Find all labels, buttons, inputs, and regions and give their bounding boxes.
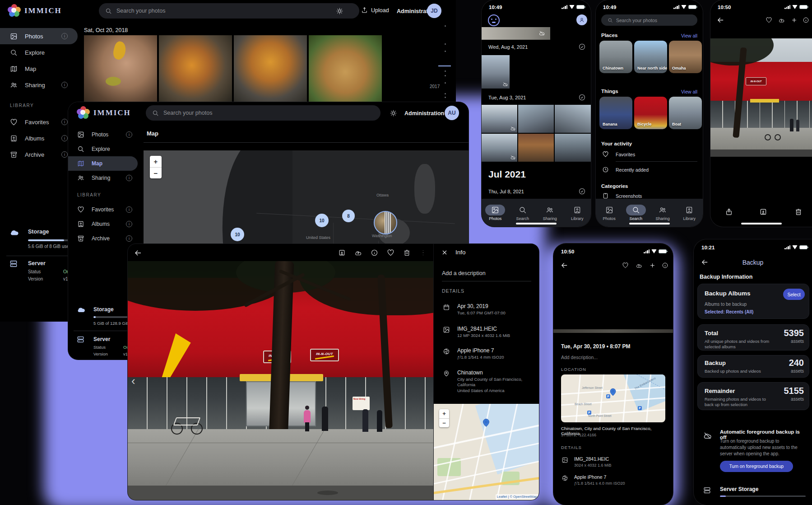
delete-icon[interactable] bbox=[794, 208, 803, 216]
sidebar-item-sharing[interactable]: Sharing i bbox=[68, 171, 140, 185]
more-icon[interactable] bbox=[419, 249, 427, 257]
cloud-upload-icon[interactable] bbox=[778, 17, 785, 23]
map-attribution[interactable]: Leaflet | © OpenStreetMap bbox=[496, 494, 538, 499]
sidebar-item-explore[interactable]: Explore bbox=[0, 44, 78, 61]
info-icon[interactable] bbox=[371, 249, 378, 257]
thing-thumb-boat[interactable]: Boat bbox=[669, 97, 702, 129]
zoom-out-button[interactable]: − bbox=[150, 167, 162, 178]
zoom-in-button[interactable]: + bbox=[150, 156, 162, 167]
place-thumb-near-north-side[interactable]: Near north side bbox=[634, 41, 667, 73]
map-zoom-control[interactable]: + − bbox=[150, 156, 162, 178]
nav-library[interactable]: Library bbox=[565, 205, 590, 221]
sidebar-item-map-active[interactable]: Map bbox=[68, 156, 138, 171]
detail-location-title[interactable]: Chinatown bbox=[457, 369, 483, 376]
sidebar-item-explore[interactable]: Explore bbox=[68, 142, 140, 156]
activity-favorites[interactable]: Favorites bbox=[616, 152, 635, 157]
photo-tile[interactable] bbox=[555, 134, 591, 162]
profile-avatar[interactable] bbox=[576, 14, 587, 25]
select-albums-button[interactable]: Select bbox=[783, 289, 805, 300]
download-icon[interactable] bbox=[338, 249, 346, 257]
sidebar-item-albums[interactable]: Albums i bbox=[0, 130, 78, 146]
map-cluster-marker[interactable]: 10 bbox=[315, 214, 329, 227]
avatar[interactable]: AU bbox=[445, 106, 459, 120]
info-icon[interactable] bbox=[662, 262, 668, 269]
add-icon[interactable] bbox=[649, 262, 656, 269]
nav-photos[interactable]: Photos bbox=[597, 205, 622, 221]
turn-on-foreground-backup-button[interactable]: Turn on foreground backup bbox=[720, 461, 793, 472]
share-icon[interactable] bbox=[725, 208, 733, 216]
photo-tile[interactable] bbox=[482, 134, 517, 162]
home-indicator[interactable] bbox=[516, 223, 557, 224]
places-view-all[interactable]: View all bbox=[681, 33, 697, 38]
photo-tile[interactable] bbox=[555, 105, 591, 133]
sidebar-item-map[interactable]: Map bbox=[0, 61, 78, 77]
sidebar-item-archive[interactable]: Archive i bbox=[0, 146, 78, 163]
favorite-icon[interactable] bbox=[766, 17, 772, 23]
delete-icon[interactable] bbox=[403, 249, 411, 257]
map-cluster-marker[interactable]: 8 bbox=[342, 210, 355, 222]
photo-tile[interactable] bbox=[482, 55, 510, 89]
location-map[interactable]: The Embarcadero Jefferson Street Beach S… bbox=[561, 374, 665, 422]
administration-link[interactable]: Administration bbox=[404, 110, 444, 117]
sidebar-item-photos[interactable]: Photos i bbox=[68, 127, 140, 142]
upload-button[interactable]: Upload bbox=[361, 7, 389, 14]
main-photo[interactable]: IN-N-OUT IN-N-OUT Now Hiring bbox=[128, 261, 433, 500]
photo-tile[interactable] bbox=[84, 35, 157, 102]
nav-library[interactable]: Library bbox=[677, 205, 702, 221]
archive-icon[interactable] bbox=[759, 208, 767, 216]
activity-recently-added[interactable]: Recently added bbox=[616, 167, 649, 173]
map-photo-marker[interactable] bbox=[374, 211, 397, 234]
cloud-upload-icon[interactable] bbox=[636, 262, 642, 269]
nav-search[interactable]: Search bbox=[510, 205, 535, 221]
description-input[interactable]: Add description... bbox=[561, 355, 598, 360]
select-group-icon[interactable] bbox=[578, 43, 586, 51]
photo-edge-strip[interactable] bbox=[553, 329, 673, 333]
info-icon[interactable] bbox=[803, 17, 809, 23]
sidebar-item-favorites[interactable]: Favorites i bbox=[68, 202, 140, 217]
nav-sharing[interactable]: Sharing bbox=[650, 205, 675, 221]
nav-sharing[interactable]: Sharing bbox=[537, 205, 562, 221]
avatar[interactable]: JD bbox=[427, 4, 441, 18]
main-photo[interactable]: IN-N-OUT bbox=[710, 38, 812, 157]
favorite-icon[interactable] bbox=[622, 262, 629, 269]
photo-tile[interactable] bbox=[518, 105, 554, 133]
place-thumb-chinatown[interactable]: Chinatown bbox=[599, 41, 632, 73]
location-minimap[interactable]: + − Leaflet | © OpenStreetMap bbox=[434, 404, 539, 500]
theme-toggle-icon[interactable] bbox=[336, 7, 343, 15]
select-group-icon[interactable] bbox=[578, 94, 586, 101]
back-icon[interactable] bbox=[134, 249, 142, 257]
search-input[interactable]: Search your photos bbox=[146, 105, 380, 121]
sidebar-item-photos[interactable]: Photos i bbox=[0, 28, 78, 44]
back-icon[interactable] bbox=[561, 262, 568, 269]
close-icon[interactable] bbox=[441, 249, 448, 256]
nav-search[interactable]: Search bbox=[623, 205, 649, 221]
thing-thumb-bicycle[interactable]: Bicycle bbox=[634, 97, 667, 129]
nav-photos[interactable]: Photos bbox=[483, 205, 508, 221]
prev-photo-chevron[interactable]: ‹ bbox=[131, 374, 135, 388]
category-screenshots[interactable]: Screenshots bbox=[616, 193, 642, 199]
sidebar-item-favorites[interactable]: Favorites i bbox=[0, 114, 78, 130]
cloud-icon[interactable] bbox=[354, 249, 362, 257]
photo-tile[interactable] bbox=[234, 35, 307, 102]
description-input[interactable]: Add a description bbox=[442, 270, 486, 276]
zoom-in-button[interactable]: + bbox=[439, 409, 449, 418]
photo-tile[interactable] bbox=[518, 134, 554, 162]
sidebar-item-albums[interactable]: Albums i bbox=[68, 217, 140, 231]
home-indicator[interactable] bbox=[629, 223, 670, 224]
things-view-all[interactable]: View all bbox=[681, 89, 697, 94]
photo-tile[interactable] bbox=[309, 35, 382, 102]
sidebar-item-archive[interactable]: Archive i bbox=[68, 231, 140, 246]
select-group-icon[interactable] bbox=[578, 187, 586, 195]
photo-tile[interactable] bbox=[159, 35, 232, 102]
sidebar-item-sharing[interactable]: Sharing i bbox=[0, 77, 78, 93]
back-icon[interactable] bbox=[717, 16, 724, 24]
home-indicator[interactable] bbox=[741, 223, 782, 224]
add-icon[interactable] bbox=[791, 17, 798, 23]
search-input[interactable]: Search your photos bbox=[99, 3, 359, 19]
theme-toggle-icon[interactable] bbox=[390, 109, 397, 117]
search-input[interactable]: Search your photos bbox=[601, 14, 697, 26]
minimap-zoom-control[interactable]: + − bbox=[439, 409, 449, 427]
map-cluster-marker[interactable]: 10 bbox=[231, 228, 244, 241]
thing-thumb-banana[interactable]: Banana bbox=[599, 97, 632, 129]
favorite-icon[interactable] bbox=[387, 249, 394, 257]
